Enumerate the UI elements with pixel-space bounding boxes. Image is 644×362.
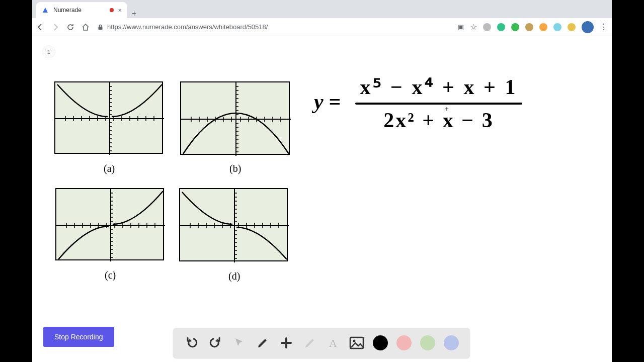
nav-controls	[36, 23, 90, 31]
tab-strip: Numerade × +	[32, 0, 612, 18]
color-black-swatch[interactable]	[373, 335, 388, 350]
color-green-swatch[interactable]	[420, 335, 435, 350]
whiteboard-toolbar: A	[173, 328, 470, 358]
graph-a-label: (a)	[104, 163, 115, 174]
close-tab-icon[interactable]: ×	[118, 7, 122, 14]
graph-b-label: (b)	[229, 163, 241, 174]
equation-denominator: 2x² + x − 3	[378, 107, 499, 131]
bookmark-star-icon[interactable]: ☆	[470, 22, 477, 32]
extension-icon[interactable]	[568, 23, 576, 31]
forward-icon	[51, 23, 59, 31]
drawing-cursor-icon: +	[445, 106, 449, 113]
tab-title: Numerade	[53, 7, 82, 14]
graph-a	[54, 81, 163, 154]
equation: y = x⁵ − x⁴ + x + 1 2x² + x − 3 +	[314, 76, 522, 131]
browser-window: Numerade × + https://www.numerad	[32, 0, 612, 362]
home-icon[interactable]	[82, 23, 90, 31]
fraction-bar	[355, 103, 523, 105]
new-tab-button[interactable]: +	[127, 9, 141, 18]
recording-indicator-icon	[110, 8, 114, 12]
graph-d-label: (d)	[228, 270, 240, 282]
pointer-tool-icon[interactable]	[231, 335, 247, 350]
browser-toolbar: https://www.numerade.com/answers/whitebo…	[32, 18, 612, 36]
redo-icon[interactable]	[208, 335, 223, 350]
equation-numerator: x⁵ − x⁴ + x + 1	[355, 76, 523, 101]
svg-point-124	[353, 340, 356, 342]
menu-icon[interactable]: ⋮	[600, 22, 608, 32]
equation-fraction: x⁵ − x⁴ + x + 1 2x² + x − 3	[355, 76, 523, 131]
undo-icon[interactable]	[184, 335, 199, 350]
equation-lhs: y =	[314, 90, 341, 113]
color-blue-swatch[interactable]	[444, 335, 459, 350]
cast-icon[interactable]: ▣	[458, 23, 464, 31]
graph-c	[55, 188, 164, 260]
address-bar[interactable]: https://www.numerade.com/answers/whitebo…	[95, 23, 453, 31]
extension-icon[interactable]	[553, 23, 561, 31]
add-icon[interactable]	[279, 335, 294, 350]
svg-marker-0	[43, 8, 48, 13]
back-icon[interactable]	[36, 23, 44, 31]
eraser-tool-icon[interactable]	[302, 335, 317, 350]
extension-icon[interactable]	[497, 23, 505, 31]
extension-icons: ▣ ☆ ⋮	[458, 21, 608, 33]
page-indicator[interactable]: 1	[42, 45, 55, 58]
graph-b	[180, 81, 290, 155]
extension-icon[interactable]	[483, 23, 491, 31]
graph-d	[179, 188, 288, 261]
extension-icon[interactable]	[511, 23, 519, 31]
color-pink-swatch[interactable]	[396, 335, 412, 350]
text-tool-icon[interactable]: A	[326, 335, 341, 350]
lock-icon	[98, 24, 103, 30]
pen-tool-icon[interactable]	[255, 335, 270, 350]
extension-icon[interactable]	[539, 23, 547, 31]
site-favicon	[41, 6, 49, 14]
reload-icon[interactable]	[66, 23, 74, 31]
svg-text:A: A	[329, 337, 337, 349]
graph-c-label: (c)	[105, 269, 116, 281]
stop-recording-button[interactable]: Stop Recording	[43, 327, 114, 347]
extension-icon[interactable]	[525, 23, 533, 31]
tab-numerade[interactable]: Numerade ×	[36, 2, 127, 18]
svg-rect-1	[99, 27, 103, 30]
url-text: https://www.numerade.com/answers/whitebo…	[107, 23, 268, 31]
image-tool-icon[interactable]	[349, 335, 364, 350]
profile-avatar[interactable]	[582, 21, 594, 33]
whiteboard-canvas[interactable]: 1 (a)	[32, 36, 612, 362]
